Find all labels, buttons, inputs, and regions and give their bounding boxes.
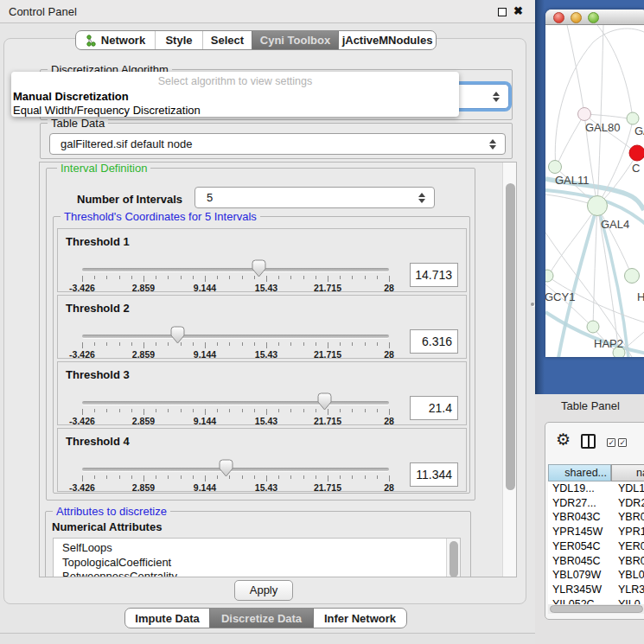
gear-icon[interactable]: ⚙ [556, 430, 571, 450]
network-node[interactable] [545, 270, 553, 282]
table-row[interactable]: YBR043CYBR0 [548, 510, 644, 525]
network-edge[interactable] [567, 25, 584, 114]
cell-shared-name: YPR145W [552, 526, 603, 538]
network-node[interactable] [629, 145, 644, 161]
interval-definition-group: Interval Definition Number of Intervals … [46, 168, 475, 501]
table-data-title: Table Data [48, 117, 108, 130]
tab-cyni-toolbox[interactable]: Cyni Toolbox [252, 31, 338, 49]
algorithm-option-2[interactable]: Equal Width/Frequency Discretization [13, 104, 201, 117]
network-node-label: GCY1 [545, 290, 575, 303]
threshold-slider-track[interactable] [82, 401, 389, 405]
num-intervals-spinner[interactable]: 5 [194, 187, 435, 208]
threshold-value-field[interactable]: 6.316 [410, 329, 458, 354]
table-row[interactable]: YBL079WYBL0 [548, 568, 644, 583]
cell-shared-name: YBR043C [552, 511, 601, 523]
table-row[interactable]: YDL19...YDL1 [548, 481, 644, 496]
threshold-panel-1: Threshold 1-3.4262.8599.14415.4321.71528… [57, 228, 467, 292]
tab-jactivemnodules[interactable]: jActiveMNodules [338, 31, 436, 49]
tick-label: 15.43 [255, 482, 277, 493]
float-icon[interactable] [498, 8, 507, 16]
tick-label: 21.715 [314, 349, 341, 360]
threshold-slider-thumb[interactable] [169, 326, 186, 344]
network-node[interactable] [625, 269, 640, 284]
tick-label: 28 [384, 283, 394, 293]
attributes-list[interactable]: SelfLoopsTopologicalCoefficientBetweenne… [53, 538, 461, 577]
table-row[interactable]: YBR045CYBR0 [548, 554, 644, 569]
cell-name: YBL0 [618, 569, 644, 581]
table-data-combo[interactable]: galFiltered.sif default node [49, 133, 506, 155]
threshold-label: Threshold 3 [66, 368, 130, 381]
cell-name: YER0 [618, 540, 644, 552]
threshold-slider-track[interactable] [82, 335, 389, 338]
tick-label: -3.426 [69, 416, 95, 426]
cell-name: YIL0 [618, 598, 641, 604]
network-canvas[interactable]: GAL80GACGAL11GAL4GCY1HHAP2 [545, 25, 644, 357]
column-header-name[interactable]: na [611, 464, 644, 481]
threshold-slider-track[interactable] [82, 468, 389, 471]
num-intervals-label: Number of Intervals [77, 193, 182, 206]
tick-label: -3.426 [69, 482, 95, 493]
network-node[interactable] [578, 108, 591, 121]
table-row[interactable]: YPR145WYPR1 [548, 525, 644, 539]
algorithm-option-1[interactable]: Manual Discretization [13, 90, 129, 103]
column-header-shared[interactable]: shared... [548, 464, 611, 481]
threshold-value-field[interactable]: 21.4 [410, 396, 458, 420]
network-node[interactable] [587, 321, 599, 333]
cyni-toolbox-panel: Discretization Algorithm Table Data galF… [3, 38, 526, 604]
network-node[interactable] [588, 196, 608, 216]
tab-network[interactable]: Network [76, 31, 155, 49]
table-hscrollbar[interactable] [548, 604, 644, 614]
close-traffic-light[interactable] [553, 12, 564, 23]
deselect-check-icon[interactable] [618, 438, 627, 447]
threshold-slider-thumb[interactable] [316, 392, 333, 411]
tick-label: 28 [384, 482, 394, 493]
network-node-label: GA [634, 124, 644, 137]
table-row[interactable]: YLR345WYLR3 [548, 583, 644, 597]
threshold-slider-thumb[interactable] [218, 459, 234, 477]
tab-select[interactable]: Select [202, 31, 252, 49]
spinner-arrows-icon [418, 193, 425, 203]
control-panel-tabs: NetworkStyleSelectCyni ToolboxjActiveMNo… [75, 30, 437, 50]
threshold-value-field[interactable]: 14.713 [410, 263, 458, 287]
tick-label: 9.144 [194, 349, 216, 360]
node-table: ⚙ shared... na YDL19...YDL1YDR27...YDR2Y… [545, 422, 644, 620]
network-edge[interactable] [556, 114, 584, 168]
attributes-scrollbar[interactable] [446, 539, 460, 577]
attribute-item[interactable]: SelfLoops [54, 539, 460, 556]
network-node[interactable] [627, 112, 639, 124]
algorithm-placeholder: Select algorithm to view settings [11, 75, 459, 87]
splitter-grip[interactable] [531, 303, 534, 306]
threshold-slider-thumb[interactable] [251, 259, 267, 277]
network-edge[interactable] [584, 114, 633, 119]
tab-discretize-data[interactable]: Discretize Data [209, 609, 313, 628]
attribute-item[interactable]: BetweennessCentrality [54, 570, 460, 577]
cyni-bottom-tabs: Impute DataDiscretize DataInfer Network [124, 608, 407, 628]
tab-infer-network[interactable]: Infer Network [313, 609, 406, 628]
tab-style[interactable]: Style [155, 31, 202, 49]
table-row[interactable]: YER054CYER0 [548, 539, 644, 554]
table-row[interactable]: YDR27...YDR2 [548, 496, 644, 511]
columns-icon[interactable] [581, 434, 596, 449]
attribute-item[interactable]: TopologicalCoefficient [54, 556, 460, 571]
control-panel-window: Control Panel ✖ Discretization Algorithm… [0, 0, 535, 634]
table-row[interactable]: YIL052CYIL0 [548, 597, 644, 604]
network-edge[interactable] [558, 206, 597, 357]
threshold-slider-track[interactable] [82, 268, 389, 271]
tab-impute-data[interactable]: Impute Data [125, 609, 209, 628]
tick-label: 2.859 [132, 283, 155, 293]
cell-shared-name: YIL052C [552, 598, 595, 604]
network-window-titlebar [545, 10, 644, 25]
interval-definition-title: Interval Definition [57, 162, 150, 175]
minimize-traffic-light[interactable] [571, 12, 582, 23]
network-node[interactable] [549, 161, 562, 174]
cell-shared-name: YBL079W [552, 569, 601, 581]
zoom-traffic-light[interactable] [588, 12, 599, 23]
threshold-value-field[interactable]: 11.344 [410, 462, 458, 487]
settings-vscrollbar[interactable] [502, 163, 516, 577]
network-edge[interactable] [548, 206, 597, 277]
apply-button[interactable]: Apply [234, 580, 293, 601]
select-all-check-icon[interactable] [607, 438, 615, 447]
table-data-combo-value: galFiltered.sif default node [61, 137, 192, 150]
close-icon[interactable]: ✖ [513, 4, 523, 17]
tab-label: Impute Data [135, 612, 199, 625]
